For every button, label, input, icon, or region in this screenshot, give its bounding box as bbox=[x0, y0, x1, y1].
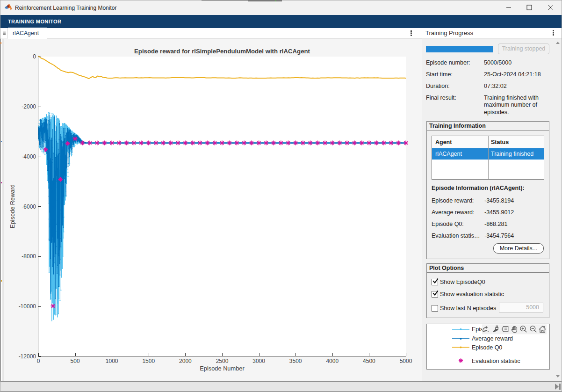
svg-text:Epis: Epis bbox=[472, 326, 483, 333]
svg-text:2000: 2000 bbox=[179, 358, 192, 364]
svg-text:-12000: -12000 bbox=[19, 353, 36, 360]
svg-text:-2000: -2000 bbox=[22, 103, 36, 110]
svg-text:5000: 5000 bbox=[400, 358, 412, 364]
svg-text:0: 0 bbox=[37, 358, 40, 364]
svg-text:1000: 1000 bbox=[106, 358, 118, 364]
svg-text:-6000: -6000 bbox=[22, 203, 36, 210]
svg-text:Episode Q0: Episode Q0 bbox=[472, 344, 502, 351]
svg-text:Evaluation statistic: Evaluation statistic bbox=[472, 358, 520, 364]
svg-text:1500: 1500 bbox=[142, 358, 155, 364]
svg-text:2500: 2500 bbox=[216, 358, 229, 364]
svg-text:0: 0 bbox=[33, 53, 36, 60]
svg-text:-8000: -8000 bbox=[22, 253, 36, 260]
svg-text:3500: 3500 bbox=[289, 358, 302, 364]
svg-text:Episode reward for rlSimplePen: Episode reward for rlSimplePendulumModel… bbox=[134, 48, 310, 55]
svg-text:-4000: -4000 bbox=[22, 153, 36, 160]
svg-text:3000: 3000 bbox=[252, 358, 265, 364]
svg-text:-10000: -10000 bbox=[19, 303, 36, 310]
svg-text:Episode Reward: Episode Reward bbox=[9, 184, 16, 228]
svg-text:500: 500 bbox=[71, 358, 80, 364]
svg-text:4500: 4500 bbox=[363, 358, 375, 364]
svg-text:Average reward: Average reward bbox=[472, 335, 513, 342]
svg-text:Episode Number: Episode Number bbox=[200, 365, 245, 372]
svg-text:4000: 4000 bbox=[326, 358, 339, 364]
